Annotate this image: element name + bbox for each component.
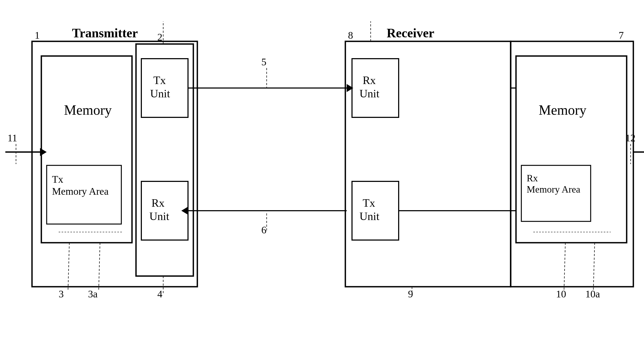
memory-box-right — [516, 56, 627, 243]
input-arrow-head — [40, 148, 47, 156]
label-3a: 3a — [88, 288, 98, 300]
receiver-memory-outer-box — [511, 41, 633, 287]
channel-bottom-arrow — [181, 207, 188, 215]
label-10a: 10a — [585, 288, 600, 300]
label-7: 7 — [619, 30, 624, 41]
tx-unit-right-line1: Tx — [363, 197, 375, 209]
memory-right-label: Memory — [539, 102, 586, 118]
dotted-line-3a — [99, 243, 100, 291]
label-1: 1 — [35, 30, 40, 41]
tx-unit-line1: Tx — [153, 74, 166, 86]
label-8: 8 — [348, 30, 353, 41]
label-9: 9 — [408, 288, 413, 300]
label-4: 4 — [157, 288, 162, 300]
tx-memory-area-line2: Memory Area — [52, 186, 109, 197]
dotted-line-3 — [68, 243, 69, 291]
receiver-label: Receiver — [387, 26, 434, 40]
rx-unit-right-line1: Rx — [363, 74, 376, 86]
tx-unit-right-line2: Unit — [359, 210, 379, 222]
label-5: 5 — [261, 56, 266, 67]
label-2: 2 — [157, 31, 162, 43]
dotted-line-10a — [593, 243, 595, 291]
label-6: 6 — [261, 224, 266, 236]
tx-memory-area-line1: Tx — [52, 174, 63, 185]
diagram-container: Transmitter 1 Memory 3 3a Tx Memory Area… — [0, 0, 644, 351]
rx-unit-left-line1: Rx — [151, 197, 165, 209]
rx-memory-area-line1: Rx — [527, 173, 538, 184]
label-11: 11 — [7, 132, 17, 143]
label-3: 3 — [59, 288, 64, 300]
rx-unit-left-line2: Unit — [149, 210, 169, 222]
transmitter-outer-box — [32, 41, 197, 287]
tx-unit-line2: Unit — [150, 87, 170, 100]
rx-memory-area-line2: Memory Area — [527, 184, 580, 195]
rx-unit-right-line2: Unit — [359, 87, 379, 100]
dotted-line-10 — [564, 243, 565, 291]
memory-box-left — [41, 56, 132, 243]
memory-left-label: Memory — [64, 102, 112, 118]
transmitter-label: Transmitter — [72, 26, 138, 40]
label-10: 10 — [556, 288, 566, 300]
label-12: 12 — [625, 132, 635, 143]
